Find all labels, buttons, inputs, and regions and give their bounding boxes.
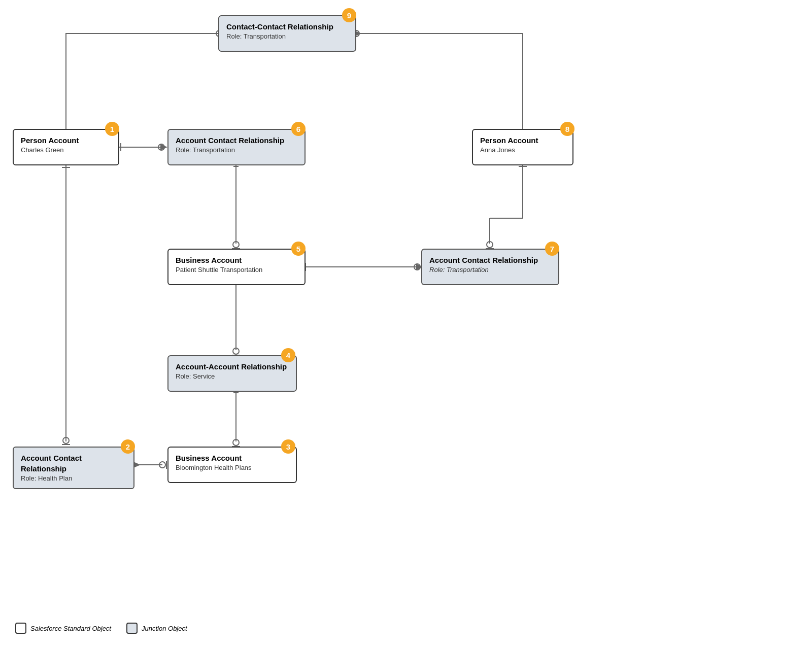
legend-standard-object: Salesforce Standard Object [15, 623, 111, 634]
legend-junction-label: Junction Object [142, 625, 187, 632]
node-4: Account-Account Relationship Role: Servi… [167, 355, 297, 392]
node-4-subtitle: Role: Service [176, 372, 289, 381]
node-4-title: Account-Account Relationship [176, 361, 289, 372]
node-1-title: Person Account [21, 135, 111, 146]
svg-marker-6 [160, 144, 167, 150]
node-6-title: Account Contact Relationship [176, 135, 297, 146]
svg-point-28 [233, 348, 239, 354]
legend-white-box [15, 623, 26, 634]
node-5: Business Account Patient Shuttle Transpo… [167, 249, 306, 285]
badge-1: 1 [105, 122, 119, 136]
node-2-subtitle: Role: Health Plan [21, 474, 126, 483]
node-1-subtitle: Charles Green [21, 146, 111, 155]
legend-gray-box [126, 623, 138, 634]
badge-6: 6 [291, 122, 306, 136]
node-6-subtitle: Role: Transportation [176, 146, 297, 155]
node-9-title: Contact-Contact Relationship [226, 21, 348, 32]
svg-point-43 [487, 242, 493, 248]
svg-point-20 [233, 242, 239, 248]
node-8: Person Account Anna Jones [472, 129, 573, 165]
legend-standard-label: Salesforce Standard Object [30, 625, 111, 632]
legend: Salesforce Standard Object Junction Obje… [15, 623, 187, 634]
badge-2: 2 [121, 439, 135, 454]
node-7-subtitle: Role: Transportation [429, 265, 551, 275]
node-9: Contact-Contact Relationship Role: Trans… [218, 15, 356, 52]
diagram-container: Person Account Charles Green 1 Account C… [0, 0, 812, 599]
node-8-subtitle: Anna Jones [480, 146, 565, 155]
node-7-title: Account Contact Relationship [429, 255, 551, 265]
node-3-title: Business Account [176, 453, 289, 463]
node-2: Account Contact Relationship Role: Healt… [13, 447, 134, 489]
node-2-title: Account Contact Relationship [21, 453, 126, 474]
badge-9: 9 [342, 8, 356, 22]
badge-4: 4 [281, 348, 295, 362]
legend-junction-object: Junction Object [126, 623, 187, 634]
svg-point-9 [63, 437, 69, 443]
svg-marker-36 [133, 462, 141, 468]
node-1: Person Account Charles Green [13, 129, 119, 165]
node-8-title: Person Account [480, 135, 565, 146]
node-7: Account Contact Relationship Role: Trans… [421, 249, 559, 285]
node-3: Business Account Bloomington Health Plan… [167, 447, 297, 483]
badge-5: 5 [291, 242, 306, 256]
connectors-svg [0, 0, 812, 599]
svg-point-5 [158, 144, 164, 150]
node-5-subtitle: Patient Shuttle Transportation [176, 265, 297, 275]
node-9-subtitle: Role: Transportation [226, 32, 348, 41]
badge-3: 3 [281, 439, 295, 454]
svg-point-37 [159, 462, 165, 468]
badge-8: 8 [560, 122, 574, 136]
node-5-title: Business Account [176, 255, 297, 265]
svg-point-33 [233, 439, 239, 446]
node-3-subtitle: Bloomington Health Plans [176, 463, 289, 472]
node-6: Account Contact Relationship Role: Trans… [167, 129, 306, 165]
badge-7: 7 [545, 242, 559, 256]
svg-point-24 [414, 264, 420, 270]
